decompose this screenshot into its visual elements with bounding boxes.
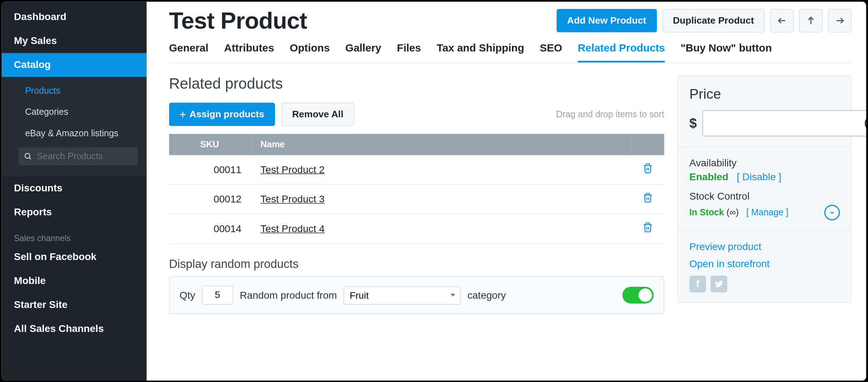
- qty-input[interactable]: [202, 286, 233, 305]
- qty-label: Qty: [179, 289, 195, 301]
- nav-up-button[interactable]: [799, 9, 823, 33]
- nav-forward-button[interactable]: [828, 9, 852, 33]
- aside-panel: Price $ Availability Enabled [ Disable ]: [677, 75, 852, 303]
- random-toggle[interactable]: [622, 287, 654, 304]
- price-input[interactable]: [702, 110, 866, 137]
- table-row[interactable]: 00014 Test Product 4: [169, 214, 664, 244]
- sidebar-channel-startersite[interactable]: Starter Site: [2, 293, 147, 317]
- sidebar-catalog-subgroup: Products Categories eBay & Amazon listin…: [2, 77, 147, 176]
- sidebar-subitem-categories[interactable]: Categories: [2, 102, 147, 123]
- manage-link[interactable]: [ Manage ]: [746, 207, 788, 217]
- panel-links: Preview product Open in storefront: [689, 241, 840, 270]
- stock-label: Stock Control: [689, 191, 840, 203]
- trash-icon: [642, 163, 653, 174]
- twitter-icon: [714, 280, 723, 289]
- price-label: Price: [689, 86, 840, 102]
- svg-point-0: [25, 153, 30, 158]
- arrow-up-icon: [806, 16, 816, 26]
- remove-all-button[interactable]: Remove All: [282, 103, 354, 126]
- tab-seo[interactable]: SEO: [540, 42, 562, 63]
- category-select-wrap: Fruit: [344, 286, 461, 304]
- arrow-right-icon: [835, 16, 845, 26]
- stock-infinity: (∞): [726, 207, 739, 217]
- tab-general[interactable]: General: [169, 42, 208, 63]
- main-content: Test Product Add New Product Duplicate P…: [147, 2, 866, 381]
- trash-icon: [642, 222, 653, 233]
- table-row[interactable]: 00012 Test Product 3: [169, 185, 664, 214]
- sidebar-search-input[interactable]: [37, 151, 132, 161]
- stock-expand-button[interactable]: [824, 205, 840, 221]
- sidebar-item-dashboard[interactable]: Dashboard: [2, 5, 147, 29]
- preview-product-link[interactable]: Preview product: [689, 241, 840, 253]
- duplicate-product-button[interactable]: Duplicate Product: [662, 9, 765, 33]
- stock-row: In Stock (∞) [ Manage ]: [689, 205, 840, 221]
- col-actions: [631, 134, 664, 155]
- add-product-button[interactable]: Add New Product: [557, 9, 657, 33]
- tab-tax-shipping[interactable]: Tax and Shipping: [437, 42, 524, 63]
- sidebar-item-discounts[interactable]: Discounts: [2, 176, 147, 200]
- chevron-down-icon: [829, 209, 835, 216]
- related-products-title: Related products: [169, 75, 664, 93]
- product-link[interactable]: Test Product 3: [261, 194, 325, 205]
- tab-attributes[interactable]: Attributes: [224, 42, 274, 63]
- sidebar-item-reports[interactable]: Reports: [2, 200, 147, 224]
- row-delete-button[interactable]: [631, 214, 664, 244]
- row-delete-button[interactable]: [631, 185, 664, 214]
- tab-gallery[interactable]: Gallery: [345, 42, 381, 63]
- related-actions: + Assign products Remove All Drag and dr…: [169, 103, 664, 126]
- sidebar-channel-facebook[interactable]: Sell on Facebook: [2, 245, 147, 269]
- price-row: $: [689, 110, 840, 137]
- sidebar-search[interactable]: [18, 147, 138, 165]
- sidebar-subitem-products[interactable]: Products: [2, 80, 147, 102]
- availability-value: Enabled: [689, 171, 728, 182]
- tab-options[interactable]: Options: [290, 42, 330, 63]
- currency-symbol: $: [689, 116, 697, 131]
- header-actions: Add New Product Duplicate Product: [557, 9, 852, 33]
- plus-icon: +: [179, 109, 186, 120]
- sidebar-subitem-ebay-amazon[interactable]: eBay & Amazon listings: [2, 123, 147, 144]
- product-tabs: General Attributes Options Gallery Files…: [169, 42, 852, 63]
- product-link[interactable]: Test Product 2: [261, 164, 325, 175]
- open-storefront-link[interactable]: Open in storefront: [689, 258, 840, 270]
- random-products-box: Qty Random product from Fruit category: [169, 276, 664, 314]
- availability-label: Availability: [689, 157, 840, 169]
- random-products-title: Display random products: [169, 257, 664, 270]
- stock-value: In Stock: [689, 207, 724, 217]
- cell-name: Test Product 2: [253, 155, 631, 185]
- app-window: Dashboard My Sales Catalog Products Cate…: [0, 0, 868, 382]
- svg-line-1: [29, 157, 31, 159]
- cell-sku: 00011: [169, 155, 253, 185]
- nav-back-button[interactable]: [770, 9, 794, 33]
- content-main: Related products + Assign products Remov…: [169, 75, 664, 314]
- table-row[interactable]: 00011 Test Product 2: [169, 155, 664, 185]
- facebook-share-button[interactable]: f: [689, 276, 706, 293]
- disable-link[interactable]: [ Disable ]: [737, 171, 781, 182]
- col-sku: SKU: [169, 134, 253, 155]
- availability-row: Enabled [ Disable ]: [689, 171, 840, 183]
- row-delete-button[interactable]: [631, 155, 664, 185]
- tab-buy-now[interactable]: "Buy Now" button: [681, 42, 772, 63]
- cell-name: Test Product 3: [253, 185, 631, 214]
- search-icon: [24, 152, 32, 160]
- assign-products-button[interactable]: + Assign products: [169, 103, 275, 126]
- sidebar-channel-all[interactable]: All Sales Channels: [2, 317, 147, 341]
- cell-sku: 00012: [169, 185, 253, 214]
- arrow-left-icon: [777, 16, 787, 26]
- cell-sku: 00014: [169, 214, 253, 244]
- sidebar: Dashboard My Sales Catalog Products Cate…: [2, 2, 147, 381]
- sidebar-channel-mobile[interactable]: Mobile: [2, 269, 147, 293]
- facebook-icon: f: [696, 278, 699, 290]
- table-header-row: SKU Name: [169, 134, 664, 155]
- separator: [678, 230, 851, 231]
- content-row: Related products + Assign products Remov…: [169, 75, 852, 314]
- sidebar-item-mysales[interactable]: My Sales: [2, 29, 147, 53]
- sidebar-item-catalog[interactable]: Catalog: [2, 53, 147, 77]
- col-name: Name: [253, 134, 631, 155]
- category-select[interactable]: Fruit: [344, 286, 461, 304]
- assign-products-label: Assign products: [189, 109, 264, 120]
- twitter-share-button[interactable]: [710, 276, 727, 293]
- product-link[interactable]: Test Product 4: [261, 223, 325, 234]
- tab-files[interactable]: Files: [397, 42, 421, 63]
- tab-related-products[interactable]: Related Products: [578, 42, 665, 63]
- related-table: SKU Name 00011 Test Product 2: [169, 134, 664, 244]
